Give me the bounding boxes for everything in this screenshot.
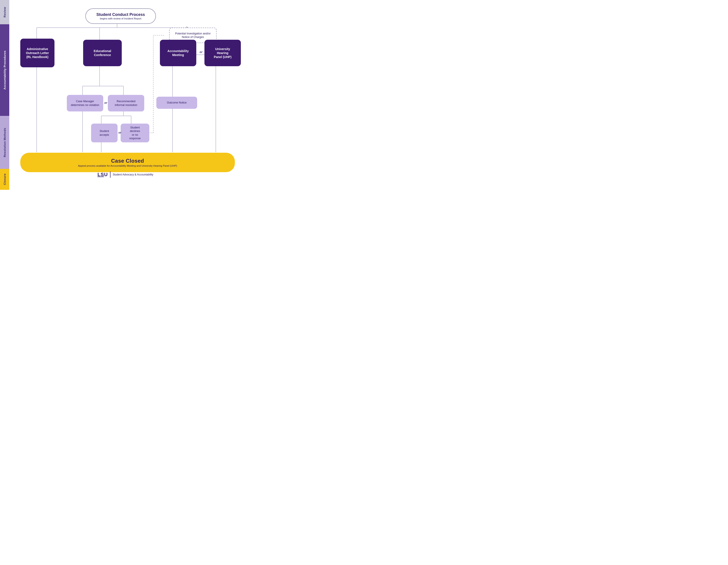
- admin-text: AdministrativeOutreach Letter(RL Handboo…: [26, 47, 49, 59]
- uhp-box: UniversityHearingPanel (UHP): [204, 40, 241, 66]
- page-wrapper: Review Accountability Procedures Resolut…: [0, 0, 243, 190]
- accountability-box: AccountabilityMeeting: [160, 40, 196, 66]
- or-label-1: or: [200, 50, 202, 54]
- investigate-text: Potential Investigation and/orNotice of …: [175, 32, 211, 39]
- recommended-box: Recommendedinformal resolution: [108, 95, 144, 111]
- case-manager-box: Case Managerdetermines no violation: [67, 95, 103, 111]
- student-accepts-box: Studentaccepts: [91, 124, 118, 142]
- or-label-3: or: [118, 131, 121, 134]
- footer-tagline: Student Advocacy & Accountability: [113, 173, 153, 176]
- student-declines-box: Studentdeclinesor noresponse: [121, 124, 149, 142]
- main-title-text: Student Conduct Process: [96, 12, 145, 17]
- educational-box: EducationalConference: [83, 40, 122, 66]
- accountability-text: AccountabilityMeeting: [167, 49, 189, 57]
- main-title-box: Student Conduct Process begins with revi…: [85, 8, 156, 24]
- side-labels: Review Accountability Procedures Resolut…: [0, 0, 9, 190]
- footer-divider: [110, 171, 110, 178]
- admin-box: AdministrativeOutreach Letter(RL Handboo…: [20, 39, 54, 67]
- or-label-2: or: [104, 101, 107, 104]
- student-accepts-text: Studentaccepts: [99, 129, 109, 137]
- case-closed-title: Case Closed: [111, 158, 144, 164]
- main-subtitle-text: begins with review of Incident Report: [96, 17, 145, 20]
- recommended-text: Recommendedinformal resolution: [115, 99, 137, 107]
- student-declines-text: Studentdeclinesor noresponse: [129, 126, 140, 140]
- outcome-box: Outcome Notice: [156, 97, 197, 109]
- case-closed-subtitle: Appeal process available for Accountabil…: [78, 164, 177, 167]
- lsu-logo: LSU: [97, 172, 108, 177]
- flowchart: Student Conduct Process begins with revi…: [13, 4, 238, 179]
- educational-text: EducationalConference: [94, 49, 111, 57]
- case-manager-text: Case Managerdetermines no violation: [71, 99, 99, 107]
- side-label-review: Review: [0, 0, 9, 24]
- footer: LSU Student Advocacy & Accountability: [13, 171, 238, 178]
- case-closed-banner: Case Closed Appeal process available for…: [20, 153, 235, 172]
- main-content: Student Conduct Process begins with revi…: [9, 0, 243, 190]
- side-label-accountability: Accountability Procedures: [0, 24, 9, 116]
- side-label-closure: Closure: [0, 169, 9, 190]
- outcome-text: Outcome Notice: [167, 101, 187, 104]
- uhp-text: UniversityHearingPanel (UHP): [214, 47, 231, 59]
- side-label-resolution: Resolution Methods: [0, 116, 9, 169]
